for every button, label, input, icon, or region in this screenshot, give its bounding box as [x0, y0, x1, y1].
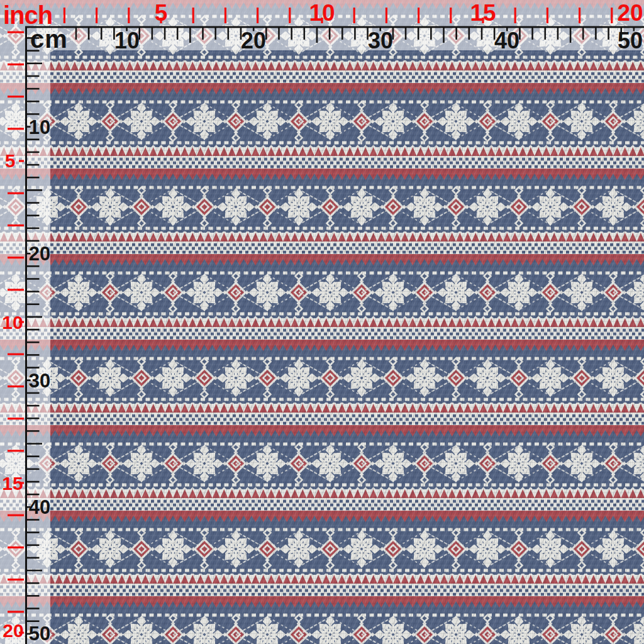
left-cm-label-20: 20 [29, 243, 50, 265]
left-cm-label-50: 50 [29, 623, 50, 644]
top-cm-label-20: 20 [241, 28, 266, 53]
top-cm-label-30: 30 [368, 28, 393, 53]
measurement-rulers: inch cm 5 10 15 20 10 20 30 40 50 5 10 1… [0, 0, 644, 644]
cm-unit-label: cm [30, 25, 68, 53]
ruler-translucent-band [0, 0, 644, 644]
left-cm-label-10: 10 [29, 116, 50, 138]
top-inch-label-15: 15 [470, 0, 496, 26]
fabric-measure-preview: inch cm 5 10 15 20 10 20 30 40 50 5 10 1… [0, 0, 644, 644]
top-cm-label-10: 10 [114, 28, 140, 53]
left-inch-label-20: 20 [3, 620, 23, 641]
ruler-ticks [8, 8, 644, 644]
left-cm-label-30: 30 [29, 370, 50, 392]
left-inch-label-10: 10 [2, 312, 23, 333]
top-inch-label-10: 10 [309, 0, 335, 26]
top-cm-label-40: 40 [494, 28, 519, 53]
top-inch-label-20: 20 [617, 0, 643, 26]
left-inch-label-5: 5 [5, 150, 16, 171]
left-cm-label-40: 40 [29, 496, 50, 518]
top-inch-label-5: 5 [155, 0, 168, 26]
top-cm-label-50: 50 [618, 28, 643, 53]
left-inch-label-15: 15 [2, 473, 23, 494]
